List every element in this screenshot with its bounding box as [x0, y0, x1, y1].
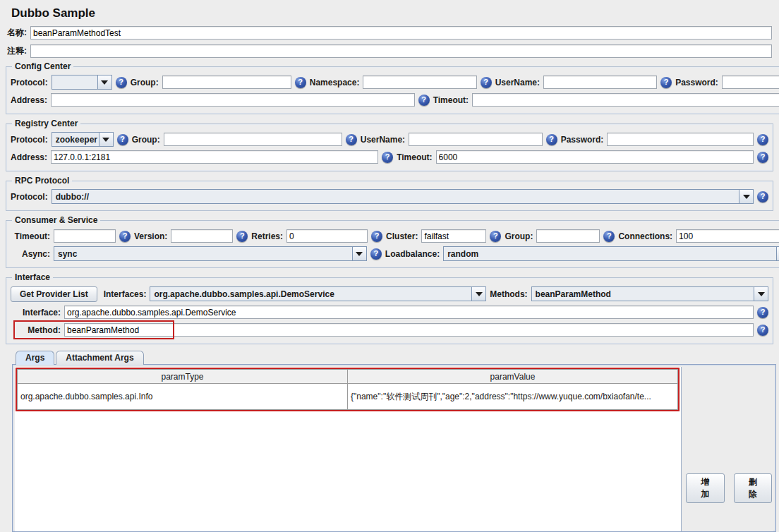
consumer-service-legend: Consumer & Service: [12, 215, 100, 225]
config-username-input[interactable]: [543, 75, 657, 89]
args-table: paramType paramValue org.apache.dubbo.sa…: [17, 369, 678, 410]
interfaces-select[interactable]: org.apache.dubbo.samples.api.DemoService: [150, 286, 486, 301]
interface-row-3: Method:: [11, 322, 768, 337]
help-icon[interactable]: [346, 134, 357, 145]
help-icon[interactable]: [757, 134, 768, 145]
registry-timeout-input[interactable]: [436, 150, 754, 164]
help-icon[interactable]: [660, 77, 672, 88]
help-icon[interactable]: [116, 77, 127, 88]
table-row[interactable]: org.apache.dubbo.samples.api.Info {"name…: [18, 384, 678, 410]
registry-row-1: Protocol: zookeeper Group: UserName: Pas…: [11, 132, 768, 147]
rpc-protocol-group: RPC Protocol Protocol: dubbo://: [6, 176, 773, 211]
config-group-input[interactable]: [162, 75, 291, 89]
registry-group-input[interactable]: [164, 133, 342, 146]
interfaces-value: org.apache.dubbo.samples.api.DemoService: [150, 287, 471, 301]
cell-paramvalue[interactable]: {"name":"软件测试周刊","age":2,"address":"http…: [348, 384, 678, 410]
consumer-timeout-input[interactable]: [54, 229, 116, 243]
config-namespace-input[interactable]: [363, 75, 476, 89]
registry-password-label: Password:: [561, 135, 604, 145]
config-timeout-label: Timeout:: [433, 95, 469, 105]
chevron-down-icon: [471, 287, 485, 301]
config-password-label: Password:: [675, 78, 718, 87]
help-icon[interactable]: [370, 248, 382, 260]
consumer-cluster-label: Cluster:: [386, 231, 418, 241]
consumer-cluster-input[interactable]: [421, 229, 486, 243]
help-icon[interactable]: [757, 307, 768, 318]
config-timeout-input[interactable]: [472, 93, 779, 107]
config-password-input[interactable]: [722, 75, 779, 89]
registry-password-input[interactable]: [607, 133, 754, 146]
tab-attachment-args[interactable]: Attachment Args: [56, 351, 143, 365]
column-header-paramvalue[interactable]: paramValue: [348, 370, 678, 384]
help-icon[interactable]: [117, 134, 128, 145]
name-input[interactable]: [30, 26, 772, 40]
config-address-input[interactable]: [51, 93, 415, 107]
config-namespace-label: Namespace:: [310, 78, 360, 87]
table-actions-panel: 增加 删除: [681, 367, 773, 531]
consumer-version-input[interactable]: [171, 229, 233, 243]
args-tabs: Args Attachment Args: [16, 351, 779, 365]
cell-paramtype[interactable]: org.apache.dubbo.samples.api.Info: [18, 384, 348, 410]
registry-row-2: Address: Timeout:: [11, 150, 768, 164]
config-row-1: Protocol: Group: Namespace: UserName: Pa…: [11, 75, 779, 90]
method-input[interactable]: [64, 323, 754, 337]
consumer-connections-label: Connections:: [618, 231, 672, 241]
help-icon[interactable]: [418, 95, 430, 106]
registry-timeout-label: Timeout:: [397, 152, 432, 162]
rpc-protocol-value: dubbo://: [52, 190, 739, 203]
help-icon[interactable]: [490, 231, 501, 242]
config-username-label: UserName:: [495, 78, 540, 87]
get-provider-list-button[interactable]: Get Provider List: [11, 286, 97, 302]
consumer-loadbalance-label: Loadbalance:: [385, 249, 440, 259]
registry-center-group: Registry Center Protocol: zookeeper Grou…: [6, 119, 773, 171]
interface-legend: Interface: [12, 272, 53, 282]
help-icon[interactable]: [371, 231, 382, 242]
args-table-viewport: paramType paramValue org.apache.dubbo.sa…: [15, 367, 681, 531]
rpc-protocol-label: Protocol:: [11, 192, 48, 202]
consumer-connections-input[interactable]: [676, 229, 779, 243]
consumer-async-label: Async:: [11, 249, 50, 259]
registry-username-input[interactable]: [409, 133, 543, 146]
help-icon[interactable]: [757, 191, 768, 202]
delete-row-button[interactable]: 删除: [734, 473, 773, 503]
help-icon[interactable]: [546, 134, 557, 145]
method-label: Method:: [11, 325, 61, 335]
methods-select[interactable]: beanParamMethod: [531, 286, 768, 301]
consumer-async-select[interactable]: sync: [54, 246, 367, 261]
help-icon[interactable]: [757, 152, 768, 163]
tab-args[interactable]: Args: [16, 351, 54, 365]
chevron-down-icon: [739, 190, 753, 203]
consumer-row-1: Timeout: Version: Retries: Cluster: Grou…: [11, 229, 779, 243]
interface-input[interactable]: [64, 306, 754, 319]
comment-input[interactable]: [30, 44, 772, 58]
consumer-version-label: Version:: [134, 231, 167, 241]
consumer-group-label: Group:: [505, 231, 533, 241]
help-icon[interactable]: [481, 77, 492, 88]
config-protocol-value: [52, 75, 97, 89]
consumer-service-group: Consumer & Service Timeout: Version: Ret…: [6, 215, 779, 268]
config-row-2: Address: Timeout:: [11, 92, 779, 107]
help-icon[interactable]: [382, 152, 393, 163]
config-protocol-select[interactable]: [52, 75, 112, 90]
help-icon[interactable]: [119, 231, 131, 242]
consumer-loadbalance-value: random: [444, 247, 776, 260]
methods-value: beanParamMethod: [532, 287, 754, 301]
interface-group: Interface Get Provider List Interfaces: …: [6, 272, 773, 344]
add-row-button[interactable]: 增加: [686, 473, 725, 503]
rpc-protocol-select[interactable]: dubbo://: [52, 189, 754, 204]
interface-row-1: Get Provider List Interfaces: org.apache…: [11, 286, 768, 302]
consumer-group-input[interactable]: [536, 229, 600, 243]
consumer-retries-input[interactable]: [286, 229, 368, 243]
registry-protocol-value: zookeeper: [52, 133, 99, 146]
consumer-loadbalance-select[interactable]: random: [443, 246, 779, 261]
help-icon[interactable]: [295, 77, 306, 88]
column-header-paramtype[interactable]: paramType: [18, 370, 348, 384]
dubbo-sample-panel: Dubbo Sample 名称: 注释: Config Center Proto…: [0, 0, 779, 532]
registry-address-input[interactable]: [51, 150, 378, 164]
args-table-highlight-box: paramType paramValue org.apache.dubbo.sa…: [16, 368, 680, 411]
interface-label: Interface:: [11, 308, 61, 318]
help-icon[interactable]: [757, 325, 768, 336]
help-icon[interactable]: [236, 231, 248, 242]
registry-protocol-select[interactable]: zookeeper: [52, 132, 114, 147]
help-icon[interactable]: [603, 231, 615, 242]
